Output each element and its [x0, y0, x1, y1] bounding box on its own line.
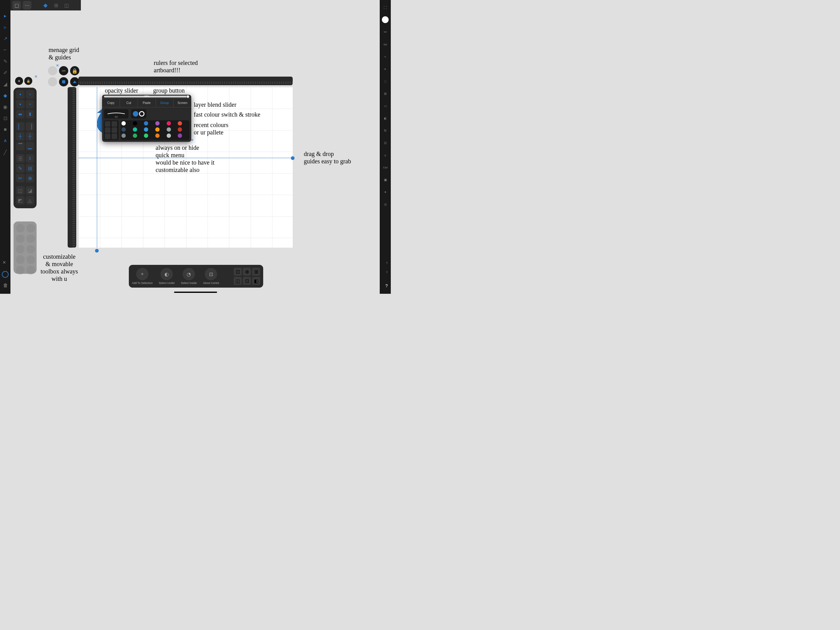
arrange-back[interactable]: ▫ [26, 90, 35, 99]
copy-button[interactable]: Copy [102, 99, 120, 107]
vertical-ruler[interactable] [68, 87, 76, 248]
app-icon[interactable]: ◆ [41, 1, 50, 9]
chevron-left-icon[interactable]: ‹ [386, 260, 388, 265]
colour-swatch[interactable] [167, 121, 171, 125]
arrange-backward[interactable]: ▫ [26, 100, 35, 109]
pen-tool[interactable]: ✎ [2, 58, 9, 65]
pal-op-1[interactable] [105, 121, 111, 127]
empty-slot[interactable] [27, 266, 35, 274]
brush-tool[interactable]: ◢ [2, 81, 9, 87]
colour-swatch[interactable] [133, 133, 137, 138]
distribute-v[interactable]: ⦀ [26, 154, 35, 163]
pal-op-6[interactable] [112, 133, 117, 139]
fullscreen-icon[interactable]: ⛶ [381, 3, 390, 12]
colour-swatch[interactable] [144, 133, 148, 138]
context-button[interactable]: + [136, 268, 148, 280]
transparency-tool[interactable]: ◉ [2, 103, 9, 110]
pal-op-4[interactable] [112, 127, 117, 133]
align-top[interactable]: ▔ [16, 142, 25, 150]
grid-guides-panel[interactable]: cm 🔒 [48, 66, 79, 88]
transform-1[interactable]: ⊡ [234, 268, 242, 275]
text-panel-icon[interactable]: a [381, 151, 390, 159]
colour-swatch[interactable] [155, 121, 159, 125]
colour-swatch[interactable] [144, 127, 148, 131]
grid-shape-button[interactable] [70, 77, 79, 86]
align-hcenter[interactable]: ┼ [16, 132, 25, 141]
panels-icon[interactable]: ◫ [62, 1, 71, 9]
align-right[interactable]: ▕ [26, 122, 35, 131]
context-button[interactable]: ◐ [161, 268, 173, 280]
close-icon[interactable]: ✕ [2, 260, 6, 265]
add-toolbox-button[interactable]: + [15, 77, 23, 85]
transform-4[interactable]: ◫ [234, 277, 242, 285]
boolean-xor[interactable]: ◬ [26, 196, 35, 204]
grid-lock-button[interactable]: 🔒 [70, 66, 79, 75]
guide-handle[interactable] [95, 249, 99, 253]
styles-icon[interactable]: ▣ [381, 175, 390, 184]
slider-handle[interactable] [186, 95, 189, 98]
arrange-forward[interactable]: ▪ [16, 100, 25, 109]
grid-option-2[interactable] [48, 77, 57, 86]
close-toolbox[interactable]: ✕ [35, 74, 38, 79]
floating-toolbox[interactable]: ▪▫ ▪▫ ⬌⬍ ▏▕ ┼┼ ▔▁ ☰⦀ ✎⊟ ✂⊕ ◫◪ ◩◬ [14, 88, 36, 208]
align-vcenter[interactable]: ┼ [26, 132, 35, 141]
boolean-add[interactable]: ◫ [16, 186, 25, 195]
colour-swatch[interactable] [178, 121, 182, 125]
empty-slot[interactable] [16, 245, 25, 253]
align-bottom[interactable]: ▁ [26, 142, 35, 150]
paste-button[interactable]: Paste [138, 99, 156, 107]
shape-tool[interactable]: ■ [2, 126, 9, 133]
blend-mode-button[interactable]: Screen [174, 99, 191, 107]
more-icon[interactable]: ⋯ [23, 1, 32, 9]
spacing-tool[interactable]: ⊟ [26, 164, 35, 173]
pal-op-2[interactable] [112, 121, 117, 127]
empty-slot[interactable] [16, 266, 25, 274]
empty-slot[interactable] [16, 255, 25, 264]
snapping-toggle[interactable] [2, 271, 9, 278]
colour-swatch[interactable] [155, 127, 159, 131]
flip-v[interactable]: ⬍ [26, 110, 35, 119]
opacity-slider[interactable]: 100% [102, 95, 191, 98]
cut-tool[interactable]: ✂ [16, 174, 25, 182]
empty-slot[interactable] [16, 234, 25, 243]
selection-icon[interactable]: ◌ [381, 77, 390, 85]
quick-menu[interactable]: 100% Copy Cut Paste Group Screen 0pt [102, 95, 191, 142]
align-left[interactable]: ▏ [16, 122, 25, 131]
brush-preview[interactable]: 0pt [104, 109, 128, 119]
fill-tool[interactable]: ◆ [2, 92, 9, 99]
navigator-icon[interactable]: ✦ [381, 188, 390, 196]
empty-slot[interactable] [27, 245, 35, 253]
empty-slot[interactable] [27, 224, 35, 233]
colour-swatch[interactable] [133, 127, 137, 131]
boolean-subtract[interactable]: ◪ [26, 186, 35, 195]
link-tool[interactable]: ⊕ [26, 174, 35, 182]
history-icon[interactable]: ◷ [381, 200, 390, 209]
colour-swatch[interactable] [178, 133, 182, 138]
colour-swatch[interactable] [155, 133, 159, 138]
grid-unit-button[interactable]: cm [59, 66, 68, 75]
cut-button[interactable]: Cut [120, 99, 138, 107]
arrange-front[interactable]: ▪ [16, 90, 25, 99]
fill-stroke-swap[interactable] [131, 109, 146, 119]
swatches-icon[interactable]: ⊞ [381, 89, 390, 98]
colour-swatch[interactable] [122, 127, 126, 131]
corner-tool[interactable]: ⌐ [2, 46, 9, 53]
pal-op-3[interactable] [105, 127, 111, 133]
adjustments-icon[interactable]: ◐ [381, 114, 390, 122]
boolean-intersect[interactable]: ◩ [16, 196, 25, 204]
colour-swatch[interactable] [167, 127, 171, 131]
empty-slot[interactable] [16, 224, 25, 233]
pencil-tool[interactable]: ✐ [2, 69, 9, 76]
point-transform-tool[interactable]: ↗ [2, 35, 9, 42]
constraints-icon[interactable]: ⊡ [381, 138, 390, 147]
colour-swatch[interactable] [133, 121, 137, 125]
grid-option-1[interactable] [48, 66, 57, 75]
node-tool[interactable]: ▹ [2, 24, 9, 30]
document-icon[interactable]: ▢ [12, 1, 21, 9]
grid-icon[interactable]: ⊞ [52, 1, 60, 9]
colour-swatch[interactable] [144, 121, 148, 125]
pal-op-5[interactable] [105, 133, 111, 139]
colour-swatch[interactable] [122, 133, 126, 138]
lock-toolbox-button[interactable]: 🔒 [24, 77, 32, 85]
crop-tool[interactable]: ⊡ [2, 115, 9, 122]
